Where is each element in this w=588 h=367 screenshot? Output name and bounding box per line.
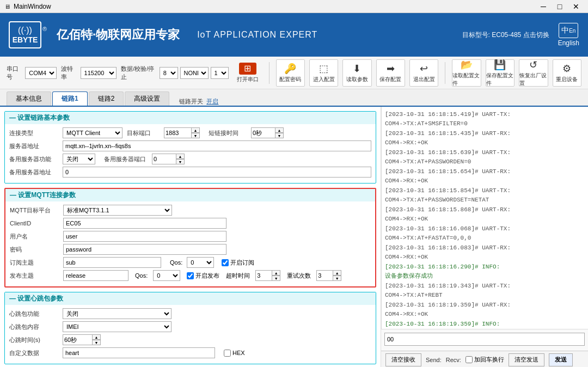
read-param-button[interactable]: ⬇ 读取参数 — [342, 59, 371, 87]
pub-qos-select[interactable]: 0 — [153, 270, 180, 281]
heartbeat-interval-input[interactable] — [63, 334, 92, 345]
timeout-up[interactable]: ▲ — [272, 270, 280, 276]
right-panel: [2023-10-31 16:18:15.419]# UART-TX:COM4-… — [381, 107, 588, 367]
log-entry: [2023-10-31 16:18:16.083]# UART-RX:COM4-… — [385, 243, 585, 261]
reconn-time-up[interactable]: ▲ — [275, 127, 284, 133]
language-button[interactable]: 中En English — [558, 23, 579, 47]
reconn-time-input[interactable] — [251, 127, 275, 138]
port-select[interactable]: COM4 — [25, 67, 57, 79]
tab-bar: 基本信息 链路1 链路2 高级设置 链路开关 开启 — [0, 89, 588, 107]
save-config-button[interactable]: ➡ 保存配置 — [376, 59, 405, 87]
pub-topic-row: 发布主题 Qos: 0 开启发布 超时时间 ▲ — [10, 270, 371, 281]
recv-label: Recv: — [446, 357, 461, 363]
log-entry: [2023-10-31 16:18:15.854]# UART-TX:COM4-… — [385, 186, 585, 204]
add-queue-checkbox[interactable] — [465, 356, 473, 363]
target-port-input[interactable] — [164, 127, 191, 138]
restore-button[interactable]: ↺ 恢复出厂设置 — [519, 59, 548, 87]
heartbeat-interval-down[interactable]: ▼ — [92, 340, 101, 345]
retry-up[interactable]: ▲ — [333, 270, 341, 276]
sub-qos-select[interactable]: 0 — [187, 257, 214, 268]
maximize-button[interactable]: □ — [552, 2, 567, 11]
tab-link2[interactable]: 链路2 — [89, 91, 124, 106]
backup-addr-input[interactable] — [63, 167, 371, 178]
tab-basic[interactable]: 基本信息 — [7, 91, 51, 106]
exit-config-button[interactable]: ↩ 退出配置 — [409, 59, 438, 87]
backup-port-down[interactable]: ▼ — [176, 159, 185, 164]
conn-type-select[interactable]: MQTT Client — [63, 127, 122, 138]
save-file-button[interactable]: 💾 保存配置文件 — [486, 59, 514, 87]
reconn-time-down[interactable]: ▼ — [275, 133, 284, 138]
read-file-button[interactable]: 📂 读取配置文件 — [452, 59, 481, 87]
basic-params-title: — 设置链路基本参数 — [9, 113, 70, 123]
data-bits-select[interactable]: 8 — [160, 67, 178, 79]
stop-bits-select[interactable]: 1 — [211, 67, 229, 79]
log-entry: [2023-10-31 16:18:16.068]# UART-TX:COM4-… — [385, 224, 585, 242]
pub-enable-check[interactable]: 开启发布 — [187, 272, 219, 280]
enter-config-button[interactable]: ⬚ 进入配置 — [309, 59, 338, 87]
platform-select[interactable]: 标准MQTT3.1.1 — [63, 205, 172, 216]
clientid-input[interactable] — [63, 218, 226, 229]
hex-check[interactable]: HEX — [224, 350, 245, 357]
log-entry: [2023-10-31 16:18:15.639]# UART-TX:COM4-… — [385, 148, 585, 166]
server-addr-input[interactable] — [63, 140, 371, 151]
config-code-button[interactable]: 🔑 配置密码 — [276, 59, 305, 87]
add-queue-check[interactable]: 加回车换行 — [465, 356, 504, 364]
link-switch-toggle[interactable]: 开启 — [206, 97, 218, 106]
username-input[interactable] — [63, 231, 226, 242]
read-param-label: 读取参数 — [346, 76, 368, 83]
retry-label: 重试次数 — [287, 272, 311, 280]
log-entry: [2023-10-31 16:18:15.654]# UART-RX:COM4-… — [385, 167, 585, 185]
reconn-time-label: 短链接时间 — [209, 129, 247, 137]
parity-select[interactable]: NONE — [180, 67, 209, 79]
timeout-input[interactable] — [255, 270, 272, 281]
retry-input[interactable] — [316, 270, 333, 281]
heartbeat-interval-up[interactable]: ▲ — [92, 334, 101, 340]
reconn-time-spin-btns: ▲ ▼ — [275, 127, 284, 138]
save-config-label: 保存配置 — [379, 76, 401, 83]
backup-func-select[interactable]: 关闭 — [63, 154, 95, 164]
add-queue-label: 加回车换行 — [474, 356, 504, 364]
enter-config-label: 进入配置 — [313, 76, 335, 83]
backup-func-label: 备用服务器功能 — [9, 155, 58, 163]
heartbeat-content-select[interactable]: IMEI — [63, 321, 171, 332]
pub-enable-checkbox[interactable] — [187, 272, 194, 279]
minimize-button[interactable]: ─ — [536, 2, 551, 11]
header: ((·)) EBYTE ® 亿佰特·物联网应用专家 IoT APPLICATIO… — [0, 13, 588, 57]
conn-type-row: 连接类型 MQTT Client 目标端口 ▲ ▼ 短链接时间 — [9, 127, 371, 138]
baud-select[interactable]: 115200 — [81, 67, 117, 79]
open-port-button[interactable]: ⊞ 打开串口 — [233, 59, 262, 87]
timeout-down[interactable]: ▼ — [272, 276, 280, 281]
sub-topic-input[interactable] — [63, 257, 161, 268]
target-port-down[interactable]: ▼ — [191, 133, 200, 138]
tab-link1[interactable]: 链路1 — [52, 91, 88, 106]
hex-checkbox[interactable] — [224, 350, 231, 357]
sub-topic-row: 订阅主题 Qos: 0 开启订阅 — [10, 257, 371, 268]
sub-enable-checkbox[interactable] — [222, 259, 229, 266]
target-model[interactable]: 目标型号: EC05-485 点击切换 — [462, 30, 549, 40]
clear-recv-button[interactable]: 清空接收 — [385, 353, 421, 366]
heartbeat-interval-spinner: ▲ ▼ — [63, 334, 101, 345]
custom-data-label: 自定义数据 — [9, 349, 58, 357]
sub-enable-check[interactable]: 开启订阅 — [222, 259, 254, 267]
tab-advanced[interactable]: 高级设置 — [125, 91, 169, 106]
heartbeat-func-select[interactable]: 关闭 — [63, 308, 171, 319]
target-port-up[interactable]: ▲ — [191, 127, 200, 133]
retry-down[interactable]: ▼ — [333, 276, 341, 281]
data-format-label: 数据/校验/停止 — [121, 65, 157, 81]
pub-topic-input[interactable] — [63, 270, 128, 281]
mqtt-params-title: — 设置MQTT连接参数 — [10, 191, 76, 200]
main-content: — 设置链路基本参数 连接类型 MQTT Client 目标端口 ▲ ▼ — [0, 107, 588, 367]
logo-text: EBYTE — [13, 35, 38, 44]
backup-port-up[interactable]: ▲ — [176, 154, 185, 159]
close-button[interactable]: ✕ — [568, 2, 584, 11]
backup-port-input[interactable] — [152, 154, 176, 164]
reset-button[interactable]: ⚙ 重启设备 — [553, 59, 581, 87]
backup-port-spin-btns: ▲ ▼ — [176, 154, 185, 164]
clear-send-button[interactable]: 清空发送 — [509, 353, 544, 366]
target-port-label: 目标端口 — [127, 129, 160, 137]
send-button[interactable]: 发送 — [549, 353, 573, 366]
send-text-input[interactable] — [384, 333, 585, 346]
password-input[interactable] — [63, 244, 226, 255]
port-group: 串口号 COM4 — [7, 65, 57, 81]
custom-data-input[interactable] — [63, 347, 215, 358]
